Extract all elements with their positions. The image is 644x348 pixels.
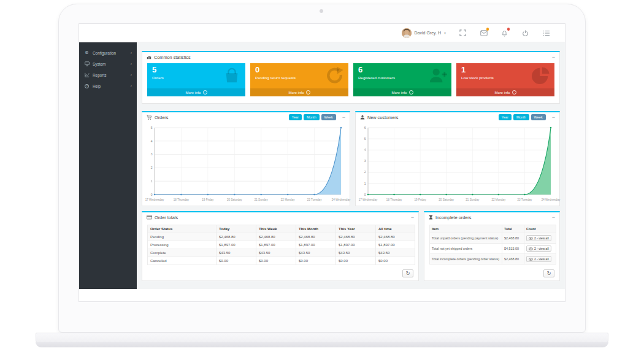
week-button[interactable]: Week <box>531 114 546 120</box>
table-row: Complete$43.50$43.50$43.50$43.50$43.50 <box>148 249 415 257</box>
col-this-year: This Year <box>336 225 376 233</box>
sidebar-item-label: Configuration <box>93 51 116 55</box>
table-row: Cancelled$0.00$0.00$0.00$0.00$0.00 <box>148 257 415 265</box>
svg-text:19 Friday: 19 Friday <box>202 198 214 201</box>
view-all-button[interactable]: 2 - view all <box>526 235 551 241</box>
chevron-down-icon: ▾ <box>444 31 446 35</box>
status-dot <box>409 36 412 38</box>
collapse-icon[interactable]: − <box>552 115 555 120</box>
col-today: Today <box>217 225 256 233</box>
svg-text:1: 1 <box>151 179 153 183</box>
svg-text:21 Sunday: 21 Sunday <box>255 198 269 201</box>
col-this-week: This Week <box>256 225 296 233</box>
user-icon <box>360 115 365 120</box>
sidebar-item-help[interactable]: ? Help ‹ <box>79 80 137 91</box>
year-button[interactable]: Year <box>499 114 512 120</box>
laptop-camera <box>320 9 323 13</box>
refresh-button[interactable]: ↻ <box>402 269 413 277</box>
panel-title: New customers <box>367 115 398 120</box>
pie-chart-icon <box>532 66 550 85</box>
more-info-link[interactable]: More info→ <box>353 88 451 96</box>
more-info-link[interactable]: More info→ <box>456 88 554 96</box>
svg-text:22 Monday: 22 Monday <box>491 198 505 201</box>
svg-text:2: 2 <box>151 166 153 169</box>
svg-text:24 Wednesday: 24 Wednesday <box>542 198 561 201</box>
order-totals-table: Order Status Today This Week This Month … <box>147 225 415 265</box>
svg-text:3: 3 <box>151 152 153 156</box>
user-menu[interactable]: David Grey. H ▾ <box>402 28 446 38</box>
power-icon[interactable] <box>521 29 529 37</box>
svg-text:0: 0 <box>151 193 153 196</box>
panel-header: Orders Year Month Week − <box>142 112 350 122</box>
svg-text:2: 2 <box>364 170 366 174</box>
sidebar-item-configuration[interactable]: ⚙ Configuration ‹ <box>79 47 137 58</box>
stat-card-orders: 5 Orders More info→ <box>147 63 245 96</box>
panel-title: Common statistics <box>154 55 191 60</box>
shopping-cart-icon <box>147 115 152 120</box>
collapse-icon[interactable]: − <box>411 215 414 220</box>
order-totals-panel: Order totals − Order Status Today This W… <box>142 211 419 281</box>
orders-panel: Orders Year Month Week − 01234517 Wednes… <box>142 111 350 206</box>
svg-text:1: 1 <box>364 182 366 185</box>
year-button[interactable]: Year <box>289 114 302 120</box>
chevron-left-icon: ‹ <box>131 84 132 88</box>
svg-text:0: 0 <box>364 193 366 196</box>
more-info-link[interactable]: More info→ <box>250 88 348 96</box>
chart-line-icon <box>84 72 90 77</box>
col-this-month: This Month <box>296 225 336 233</box>
collapse-icon[interactable]: − <box>552 55 555 60</box>
svg-text:19 Friday: 19 Friday <box>415 198 427 201</box>
dashboard-content: Common statistics − 5 Orders More info→ … <box>137 42 565 289</box>
view-all-button[interactable]: 2 - view all <box>526 256 551 262</box>
panel-header: New customers Year Month Week − <box>356 112 559 122</box>
month-button[interactable]: Month <box>304 114 320 120</box>
incomplete-orders-panel: Incomplete orders − Item Total Count Tot… <box>424 211 560 281</box>
new-customers-panel: New customers Year Month Week − 01234561… <box>355 111 560 206</box>
table-row: Pending$2,468.80$2,468.80$2,468.80$2,468… <box>148 233 415 241</box>
table-row: Total not yet shipped orders $4,515.00 2… <box>430 244 556 254</box>
notifications-bell-icon[interactable] <box>500 29 508 37</box>
svg-text:17 Wednesday: 17 Wednesday <box>145 198 164 201</box>
table-row: Processing$1,897.00$1,897.00$1,897.00$1,… <box>148 241 415 249</box>
messages-icon[interactable] <box>480 29 488 37</box>
range-buttons: Year Month Week <box>289 114 336 120</box>
fullscreen-icon[interactable] <box>459 29 467 37</box>
table-row: Total incomplete orders (pending order s… <box>430 254 556 265</box>
svg-text:22 Monday: 22 Monday <box>281 198 295 201</box>
table-header-row: Order Status Today This Week This Month … <box>148 225 415 233</box>
svg-text:4: 4 <box>364 148 366 152</box>
notifications-badge <box>507 28 510 31</box>
avatar[interactable] <box>402 28 412 38</box>
svg-text:3: 3 <box>364 159 366 163</box>
refresh-icon <box>326 66 344 85</box>
week-button[interactable]: Week <box>321 114 336 120</box>
circle-arrow-icon: → <box>512 90 516 95</box>
gears-icon: ⚙ <box>84 50 90 55</box>
panel-title: Order totals <box>155 215 178 220</box>
collapse-icon[interactable]: − <box>342 115 345 120</box>
new-customers-chart: 012345617 Wednesday18 Thursday19 Friday2… <box>358 125 557 203</box>
circle-arrow-icon: → <box>203 90 207 95</box>
more-info-link[interactable]: More info→ <box>147 88 245 96</box>
month-button[interactable]: Month <box>513 114 529 120</box>
stat-cards: 5 Orders More info→ 0 Pending return req… <box>142 62 559 96</box>
svg-text:20 Saturday: 20 Saturday <box>439 198 454 201</box>
svg-text:23 Tuesday: 23 Tuesday <box>518 198 532 201</box>
svg-text:5: 5 <box>364 137 366 141</box>
refresh-button[interactable]: ↻ <box>543 269 554 277</box>
chevron-left-icon: ‹ <box>131 73 132 77</box>
table-row: Total unpaid orders (pending payment sta… <box>430 233 556 244</box>
collapse-icon[interactable]: − <box>552 215 555 220</box>
sidebar-item-label: System <box>93 62 105 66</box>
activity-log-icon[interactable] <box>542 29 550 37</box>
orders-chart: 01234517 Wednesday18 Thursday19 Friday20… <box>145 125 347 203</box>
eye-icon <box>529 258 533 261</box>
view-all-button[interactable]: 2 - view all <box>526 246 551 252</box>
bar-chart-icon <box>147 55 151 60</box>
user-name: David Grey. H <box>415 31 441 35</box>
sidebar-item-system[interactable]: System ‹ <box>79 58 137 69</box>
incomplete-orders-table: Item Total Count Total unpaid orders (pe… <box>429 225 556 265</box>
range-buttons: Year Month Week <box>499 114 546 120</box>
topbar: David Grey. H ▾ <box>79 24 565 42</box>
sidebar-item-reports[interactable]: Reports ‹ <box>79 69 137 80</box>
